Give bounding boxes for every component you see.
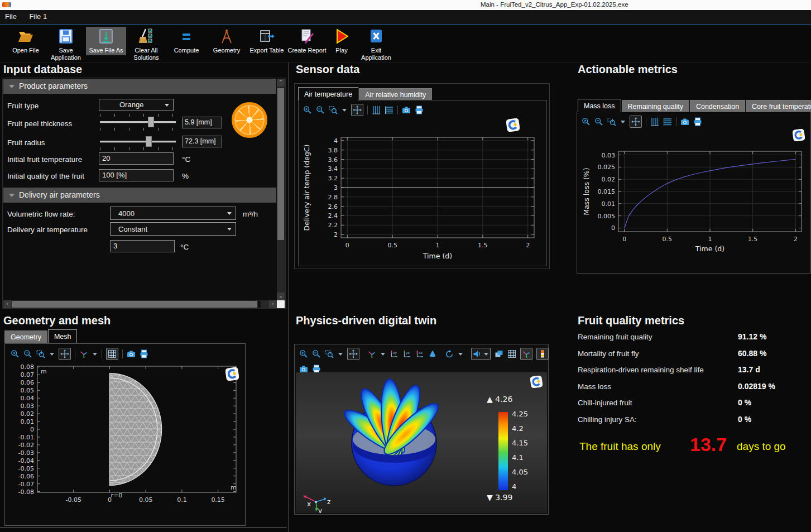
y-log-scale-icon[interactable] [372, 106, 381, 114]
slider-track[interactable] [100, 141, 176, 142]
fruit-type-dropdown[interactable]: Orange [99, 99, 174, 111]
chevron-down-icon[interactable] [92, 352, 98, 356]
tab-air-relative-humidity[interactable]: Air relative humidity [359, 88, 432, 100]
mesh-plot-canvas[interactable]: -0.0500.050.10.150.080.070.060.050.040.0… [6, 362, 244, 523]
print-icon[interactable] [140, 349, 148, 358]
scroll-up-arrow[interactable]: ⌃ [277, 79, 285, 87]
print-icon[interactable] [693, 117, 702, 126]
scroll-right-arrow[interactable]: › [269, 300, 277, 308]
vertical-scroll-thumb[interactable] [277, 88, 284, 240]
zoom-out-icon[interactable] [316, 106, 325, 114]
chevron-down-icon[interactable] [620, 120, 626, 124]
actionable-metrics-title: Actionable metrics [578, 63, 678, 76]
scene-light-icon[interactable] [495, 349, 503, 358]
rotate-view-icon[interactable] [445, 349, 454, 358]
sensor-chart-canvas[interactable]: 00.511.5222.22.42.62.833.23.43.63.84Time… [300, 128, 545, 262]
snapshot-icon[interactable] [680, 117, 689, 126]
tab-remaining-quality[interactable]: Remaining quality [622, 100, 689, 112]
slider-thumb[interactable] [148, 117, 154, 127]
scroll-down-arrow[interactable]: ⌄ [277, 293, 285, 300]
tab-mass-loss[interactable]: Mass loss [578, 99, 621, 112]
axis-orientation-icon[interactable] [79, 349, 88, 358]
zoom-box-icon[interactable] [325, 349, 334, 358]
view-xy-icon[interactable] [390, 349, 399, 358]
initial-quality-input[interactable]: 100 [%] [99, 169, 174, 181]
initial-quality-unit: % [182, 172, 189, 180]
tab-mesh[interactable]: Mesh [48, 329, 78, 343]
vertical-scrollbar[interactable]: ⌃ ⌄ [277, 79, 285, 300]
chevron-down-icon[interactable] [338, 352, 343, 356]
delivery-air-temperature-dropdown[interactable]: Constant [110, 222, 236, 236]
zoom-extents-button[interactable] [351, 104, 363, 116]
zoom-extents-button[interactable] [347, 348, 359, 360]
exit-application-button[interactable]: Exit Application [356, 27, 396, 63]
chevron-down-icon[interactable] [380, 352, 386, 356]
show-grid-button[interactable] [106, 348, 118, 360]
menu-file[interactable]: File [0, 10, 22, 23]
horizontal-scrollbar[interactable]: ‹ › [3, 300, 277, 308]
snapshot-icon[interactable] [127, 349, 136, 358]
zoom-in-icon[interactable] [11, 349, 20, 358]
fruit-peel-thickness-value[interactable]: 5.9 [mm] [182, 117, 222, 128]
zoom-box-icon[interactable] [607, 117, 616, 126]
view-xz-icon[interactable] [415, 349, 424, 358]
zoom-in-icon[interactable] [299, 349, 308, 358]
zoom-box-icon[interactable] [329, 106, 338, 114]
delivery-air-parameters-header[interactable]: Delivery air parameters [3, 188, 276, 203]
tab-air-temperature[interactable]: Air temperature [298, 87, 358, 100]
massloss-chart-canvas[interactable]: 00.511.5200.0050.010.0150.020.0250.03Tim… [579, 141, 809, 255]
export-table-button[interactable]: Export Table [247, 27, 287, 55]
chevron-down-icon[interactable] [49, 352, 55, 356]
grid-icon[interactable] [507, 349, 516, 358]
zoom-out-icon[interactable] [312, 349, 321, 358]
tab-core-fruit-temperature[interactable]: Core fruit temperature [746, 100, 811, 112]
geometry-button[interactable]: Geometry [207, 27, 247, 55]
slider-ticks-bottom [100, 128, 176, 131]
zoom-in-icon[interactable] [303, 106, 312, 114]
transparency-button[interactable] [471, 348, 491, 360]
volumetric-flow-rate-dropdown[interactable]: 4000 [110, 207, 236, 220]
show-axes-button[interactable] [520, 348, 532, 360]
create-report-button[interactable]: Create Report [287, 27, 327, 55]
digital-twin-scene[interactable]: x y z ▲ 4.26 4.25 4.2 4.15 4.1 4.05 4 ▼ … [296, 372, 547, 513]
comsol-logo [793, 129, 806, 142]
product-parameters-header[interactable]: Product parameters [3, 79, 276, 94]
x-log-scale-icon[interactable] [663, 117, 672, 126]
zoom-out-icon[interactable] [23, 349, 32, 358]
comsol-logo [530, 376, 544, 389]
zoom-box-icon[interactable] [36, 349, 45, 358]
horizontal-scroll-thumb[interactable] [12, 301, 257, 308]
compute-button[interactable]: Compute [166, 27, 207, 55]
perspective-icon[interactable] [428, 349, 437, 358]
chevron-down-icon[interactable] [483, 352, 489, 356]
chevron-down-icon[interactable] [342, 108, 347, 112]
delivery-air-temperature-input[interactable]: 3 [110, 240, 175, 252]
y-log-scale-icon[interactable] [650, 117, 659, 126]
show-color-legend-button[interactable] [536, 348, 549, 360]
save-application-button[interactable]: Save Application [46, 27, 86, 63]
tab-condensation[interactable]: Condensation [690, 100, 745, 112]
print-icon[interactable] [415, 106, 424, 114]
save-file-as-button[interactable]: Save File As [86, 27, 126, 55]
snapshot-icon[interactable] [402, 106, 411, 114]
tab-geometry[interactable]: Geometry [4, 330, 47, 343]
axis-orientation-icon[interactable] [367, 349, 376, 358]
zoom-extents-button[interactable] [59, 348, 71, 360]
zoom-out-icon[interactable] [594, 117, 603, 126]
play-button[interactable]: Play [327, 27, 356, 55]
initial-fruit-temperature-input[interactable]: 20 [99, 152, 174, 165]
slider-track[interactable] [100, 121, 176, 123]
scroll-left-arrow[interactable]: ‹ [3, 300, 11, 308]
zoom-extents-button[interactable] [630, 116, 642, 128]
fruit-peel-thickness-slider[interactable] [100, 113, 176, 132]
open-file-button[interactable]: Open File [6, 27, 46, 55]
view-yz-icon[interactable] [402, 349, 411, 358]
clear-all-solutions-button[interactable]: Clear All Solutions [126, 27, 166, 63]
zoom-in-icon[interactable] [582, 117, 591, 126]
fruit-radius-value[interactable]: 72.3 [mm] [182, 136, 222, 147]
fruit-radius-slider[interactable] [100, 132, 176, 151]
x-log-scale-icon[interactable] [385, 106, 393, 114]
chevron-down-icon[interactable] [458, 352, 463, 356]
menu-file1[interactable]: File 1 [24, 10, 52, 23]
slider-thumb[interactable] [146, 136, 152, 147]
